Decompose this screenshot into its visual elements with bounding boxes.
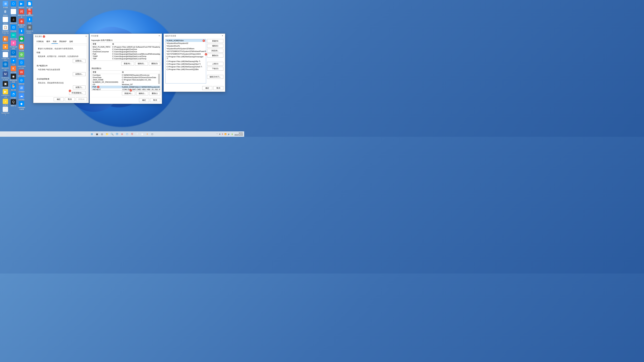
desktop-icon[interactable]: 🗑回收站 [1, 9, 10, 16]
tab-4[interactable]: 远程 [68, 39, 74, 44]
ok-button[interactable]: 确定 [139, 98, 149, 102]
sys-vars-table[interactable]: 变量值 ComSpecC:\WINDOWS\system32\cmd.exeDr… [92, 70, 160, 90]
table-row[interactable]: DriverDataC:\Windows\System32\Drivers\Dr… [92, 76, 160, 79]
col-header-val[interactable]: 值 [121, 70, 160, 74]
ime-icon[interactable]: S [222, 133, 223, 135]
env-vars-button[interactable]: 环境变量(N)... [69, 91, 86, 95]
user-vars-table[interactable]: 变量值 MOZ_PLUGIN_PATHC:\Program Files (x86… [92, 42, 160, 61]
taskbar-icon[interactable]: ⊕ [120, 132, 124, 136]
user-edit-button[interactable]: 编辑(E)... [135, 62, 148, 65]
desktop-icon[interactable]: ⊞VMware Workstati... [26, 25, 34, 34]
movedown-button[interactable]: 下移(O) [207, 67, 224, 70]
table-row[interactable]: PathC:\Users\liuguanglei\AppData\Local\M… [92, 53, 160, 55]
new-button[interactable]: 新建(N) [207, 39, 224, 43]
list-item[interactable]: C:\Program Files (x86)\NetSarang\Xftp 7\ [166, 60, 206, 63]
taskbar-icon[interactable]: ⊡ [150, 132, 154, 136]
taskbar-icon[interactable]: ▣ [95, 132, 99, 136]
desktop-icon[interactable]: ▶视频助手 [18, 1, 26, 8]
table-row[interactable]: MOZ_PLUGIN_PATHC:\Program Files (x86)\Fo… [92, 46, 160, 48]
edittext-button[interactable]: 编辑文本(T)... [207, 75, 224, 79]
titlebar[interactable]: 系统属性1 ✕ [33, 34, 89, 38]
apply-button[interactable]: 应用(A) [76, 97, 87, 101]
taskbar-icon[interactable]: 有 [130, 132, 134, 136]
desktop-icon[interactable]: S▸GScreenToGif [1, 107, 10, 116]
desktop-icon[interactable]: Q截图CQ [10, 99, 18, 107]
desktop-icon[interactable]: ♫网易云音乐 [10, 17, 18, 24]
desktop-icon[interactable]: 🐕猎人狗 [10, 83, 18, 91]
delete-button[interactable]: 删除(D) [207, 54, 224, 57]
tab-2[interactable]: 高级 [52, 39, 58, 44]
taskbar-icon[interactable]: ◉ [140, 132, 144, 136]
desktop-icon[interactable]: ▣MobaXterm [1, 81, 10, 89]
profile-settings-button[interactable]: 设置(E)... [73, 72, 86, 76]
table-row[interactable]: OneDriveC:\Users\liuguanglei\OneDrive [92, 48, 160, 50]
table-row[interactable]: OneDriveConsumerC:\Users\liuguanglei\One… [92, 50, 160, 53]
desktop-icon[interactable]: ⬇迅雷 [26, 17, 34, 24]
titlebar[interactable]: 环境变量 ✕ [90, 34, 162, 38]
taskbar-icon[interactable]: ◎ [100, 132, 104, 136]
table-row[interactable]: TEMPC:\Users\liuguanglei\AppData\Local\T… [92, 55, 160, 57]
titlebar[interactable]: 编辑环境变量 ✕ [164, 34, 225, 38]
table-row[interactable]: TMPC:\Users\liuguanglei\AppData\Local\Te… [92, 57, 160, 60]
user-delete-button[interactable]: 删除(D) [149, 62, 160, 65]
cancel-button[interactable]: 取消 [65, 97, 75, 101]
desktop-icon[interactable]: ♪QQ音乐 [1, 99, 10, 106]
desktop-icon[interactable]: 有道有道云笔记 [26, 9, 34, 16]
desktop-icon[interactable]: 📋Xmanager Power Sui... [1, 25, 10, 36]
desktop-icon[interactable]: ●Everything [1, 44, 10, 52]
desktop-icon[interactable]: ⓔMicrosoft Edge [1, 62, 10, 71]
list-item[interactable]: %SystemRoot%\system32 [166, 42, 206, 44]
list-item[interactable]: %SYSTEMROOT%\System32\OpenSSH\ [166, 53, 206, 55]
close-icon[interactable]: ✕ [220, 34, 224, 37]
desktop-icon[interactable]: ◉Google Chrome [1, 52, 10, 61]
desktop-icon[interactable]: 🛡电脑管家 [10, 50, 18, 58]
settings-icon[interactable]: ⚙ [219, 133, 220, 135]
col-header-var[interactable]: 变量 [92, 70, 121, 74]
table-row[interactable]: PATHEXT.COM;.EXE;.BAT;.CMD;.VBS;.VBE;.JS… [92, 88, 160, 90]
desktop-icon[interactable]: 💬微信 [18, 36, 26, 44]
tab-1[interactable]: 硬件 [45, 39, 52, 44]
desktop-icon[interactable]: ✂剪映专业版 [10, 32, 18, 40]
scrollbar[interactable] [158, 74, 160, 84]
table-row[interactable]: NUMBER_OF_PROCESSORS24 [92, 81, 160, 83]
col-header-var[interactable]: 变量 [92, 42, 111, 46]
table-row[interactable]: OSWindows_NT [92, 83, 160, 86]
desktop-icon[interactable]: ⬡ToDesk [10, 1, 18, 8]
list-item[interactable]: %SYSTEMROOT%\System32\WindowsPowerShell\… [166, 50, 206, 53]
list-item[interactable]: C:\Program Files (x86)\NetSarang\Xlpd 7\ [166, 63, 206, 65]
desktop-icon[interactable]: ◎迅雷影音 [18, 77, 26, 85]
desktop-icon[interactable]: MMindManager 2020 [1, 71, 10, 81]
user-new-button[interactable]: 新建(N)... [121, 62, 134, 65]
browse-button[interactable]: 浏览(B)... [207, 49, 224, 53]
edit-button[interactable]: 编辑(E) [207, 44, 224, 48]
chevron-up-icon[interactable]: ⌃ [216, 133, 218, 135]
taskbar-icon[interactable]: 🔍 [110, 132, 114, 136]
taskbar-icon[interactable]: ⓔ [115, 132, 119, 136]
desktop-icon[interactable]: ⊡控制面板 [10, 25, 18, 32]
moveup-button[interactable]: 上移(U) [207, 62, 224, 66]
desktop-icon[interactable]: 词网易有道词典 [18, 9, 26, 18]
volume-icon[interactable]: 🔊 [228, 133, 230, 135]
clock[interactable]: 10:51 2022/12/18 [234, 132, 243, 136]
table-row[interactable]: JAVA_HOMEC:\Program Files\Java\jdk1.8.0_… [92, 79, 160, 81]
sys-new-button[interactable]: 新建(W)... [122, 91, 135, 95]
desktop-icon[interactable]: TTypora [10, 9, 18, 16]
list-item[interactable]: C:\Program Files (x86)\NetSarang\Xshell … [166, 65, 206, 68]
list-item[interactable]: %SystemRoot%\System32\Wbem [166, 47, 206, 50]
ok-button[interactable]: 确定 [54, 97, 64, 101]
cancel-button[interactable]: 取消 [213, 86, 224, 90]
desktop-icon[interactable]: 🖥此电脑 [1, 1, 10, 8]
table-row[interactable]: ComSpecC:\WINDOWS\system32\cmd.exe [92, 74, 160, 76]
list-item[interactable]: %JAVA_HOME%\bin [166, 39, 206, 42]
tab-0[interactable]: 计算机名 [35, 39, 45, 44]
taskbar-icon[interactable]: ⊞ [90, 132, 94, 136]
desktop-icon[interactable]: ☀向日葵远程控制 [10, 40, 18, 50]
sys-edit-button[interactable]: 编辑(I)... [136, 91, 148, 95]
ok-button[interactable]: 确定 [202, 86, 212, 90]
startup-settings-button[interactable]: 设置(T)... [73, 85, 86, 89]
taskbar-icon[interactable]: 📁 [105, 132, 109, 136]
table-row[interactable]: Path3%JAVA_HOME%\bin;C:\WINDOWS\system32… [92, 86, 160, 88]
desktop-icon[interactable]: ◆IT图吧编程专家网 [18, 101, 26, 110]
taskbar-icon[interactable]: ⬡ [125, 132, 129, 136]
wifi-icon[interactable]: 📶 [224, 133, 226, 135]
